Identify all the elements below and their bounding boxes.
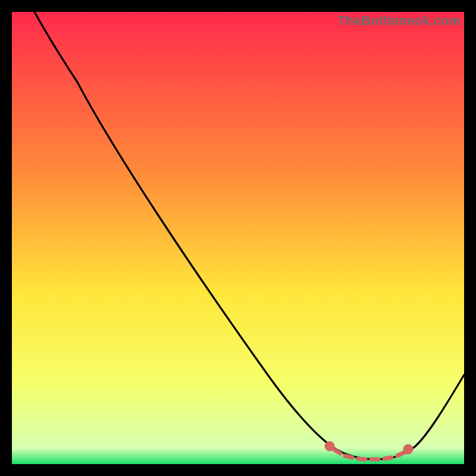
gradient-panel bbox=[12, 12, 464, 464]
svg-point-7 bbox=[405, 446, 411, 452]
watermark-text: TheBottleneck.com bbox=[338, 13, 461, 29]
svg-line-6 bbox=[397, 453, 403, 456]
svg-line-5 bbox=[384, 458, 392, 459]
svg-point-0 bbox=[327, 443, 333, 449]
chart-frame: TheBottleneck.com bbox=[12, 12, 464, 464]
bottleneck-chart bbox=[12, 12, 464, 464]
svg-line-3 bbox=[358, 459, 365, 459]
svg-line-2 bbox=[345, 456, 352, 458]
